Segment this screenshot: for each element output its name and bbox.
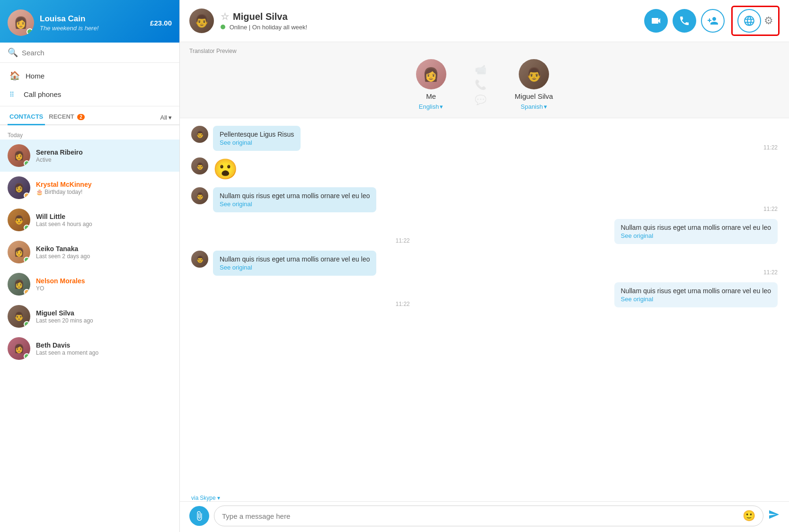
- sidebar: 👩 Louisa Cain The weekend is here! £23.0…: [0, 0, 180, 532]
- message-avatar-5: 👨: [191, 251, 208, 268]
- chat-header-info: ☆ Miguel Silva Online | On holiday all w…: [221, 11, 638, 31]
- status-dot-serena: [24, 160, 30, 166]
- call-button[interactable]: [673, 9, 696, 33]
- message-time-4: 11:22: [391, 237, 410, 244]
- language-select-them[interactable]: Spanish ▾: [521, 103, 547, 110]
- dialpad-icon: ⠿: [9, 91, 18, 98]
- contact-info-keiko: Keiko Tanaka Last seen 2 days ago: [36, 245, 172, 260]
- contact-item-keiko[interactable]: 👩 Keiko Tanaka Last seen 2 days ago: [0, 236, 179, 268]
- contact-sub-will: Last seen 4 hours ago: [36, 221, 172, 227]
- message-text-1: Pellentesque Ligus Risus: [220, 131, 294, 138]
- translator-preview-panel: Translator Preview 👩 Me English ▾ 📹 📞 💬: [180, 42, 789, 118]
- message-bubble-1: Pellentesque Ligus Risus See original: [213, 126, 301, 151]
- contact-info-nelson: Nelson Morales YO: [36, 277, 172, 292]
- contact-item-nelson[interactable]: 👩 Nelson Morales YO: [0, 268, 179, 300]
- contact-avatar-miguel: 👨: [8, 305, 30, 328]
- message-bubble-5: Nullam quis risus eget urna mollis ornar…: [213, 251, 376, 276]
- add-contact-button[interactable]: [701, 9, 725, 33]
- message-avatar-3: 👨: [191, 187, 208, 204]
- online-indicator: [221, 25, 225, 29]
- see-original-3[interactable]: See original: [220, 201, 370, 208]
- contact-item-beth[interactable]: 👩 Beth Davis Last seen a moment ago: [0, 332, 179, 365]
- contact-info-krystal: Krystal McKinney 🎂 Birthday today!: [36, 181, 172, 195]
- chat-header-name: ☆ Miguel Silva: [221, 11, 638, 22]
- emoji-button[interactable]: 🙂: [743, 510, 755, 522]
- translator-toolbar: ⚙: [731, 6, 780, 36]
- contact-name-nelson: Nelson Morales: [36, 277, 172, 285]
- nav-item-call-phones[interactable]: ⠿ Call phones: [0, 86, 179, 103]
- participant-avatar-them: 👨: [519, 59, 549, 89]
- message-text-4: Nullam quis risus eget urna mollis ornar…: [621, 224, 771, 231]
- gear-button[interactable]: ⚙: [764, 15, 773, 27]
- search-icon: 🔍: [8, 47, 18, 58]
- contact-sub-serena: Active: [36, 157, 172, 163]
- status-dot-beth: [24, 353, 30, 359]
- attach-button[interactable]: [189, 506, 209, 526]
- see-original-4[interactable]: See original: [621, 232, 771, 239]
- video-icon-divider: 📹: [475, 64, 487, 75]
- tab-recent[interactable]: RECENT 2: [47, 110, 87, 125]
- nav-item-home[interactable]: 🏠 Home: [0, 66, 179, 86]
- messages-area: 👨 Pellentesque Ligus Risus See original …: [180, 118, 789, 493]
- send-button[interactable]: [768, 509, 780, 523]
- chat-header: 👨 ☆ Miguel Silva Online | On holiday all…: [180, 0, 789, 42]
- message-bubble-3: Nullam quis risus eget urna mollis ornar…: [213, 187, 376, 212]
- message-time-1: 11:22: [759, 144, 778, 151]
- phone-icon-divider: 📞: [475, 79, 487, 90]
- search-input[interactable]: [22, 49, 172, 57]
- message-avatar-1: 👨: [191, 126, 208, 143]
- status-dot-krystal: [24, 192, 30, 199]
- contact-item-serena[interactable]: 👩 Serena Ribeiro Active: [0, 140, 179, 172]
- tab-recent-label: RECENT: [49, 113, 74, 120]
- contact-item-krystal[interactable]: 👩 Krystal McKinney 🎂 Birthday today!: [0, 172, 179, 204]
- contact-avatar-krystal: 👩: [8, 176, 30, 199]
- contact-avatar-beth: 👩: [8, 337, 30, 360]
- language-select-me[interactable]: English ▾: [419, 103, 443, 110]
- contact-name-serena: Serena Ribeiro: [36, 148, 172, 156]
- chevron-down-icon-them: ▾: [544, 103, 547, 110]
- message-text-5: Nullam quis risus eget urna mollis ornar…: [220, 255, 370, 263]
- contact-info-miguel: Miguel Silva Last seen 20 mins ago: [36, 309, 172, 324]
- see-original-1[interactable]: See original: [220, 139, 294, 146]
- contact-info-beth: Beth Davis Last seen a moment ago: [36, 341, 172, 356]
- tab-contacts[interactable]: CONTACTS: [8, 110, 45, 125]
- contact-info-will: Will Little Last seen 4 hours ago: [36, 213, 172, 227]
- translator-button[interactable]: [737, 9, 761, 33]
- message-input[interactable]: [222, 512, 739, 520]
- contact-avatar-keiko: 👩: [8, 241, 30, 263]
- skype-link[interactable]: Skype: [200, 495, 215, 501]
- via-skype-label: via Skype ▾: [180, 493, 789, 501]
- contact-sub-nelson: YO: [36, 285, 172, 292]
- translator-preview-label: Translator Preview: [189, 48, 780, 54]
- message-text-3: Nullam quis risus eget urna mollis ornar…: [220, 192, 370, 200]
- message-time-3: 11:22: [759, 206, 778, 212]
- nav-label-call-phones: Call phones: [24, 90, 61, 98]
- nav-items: 🏠 Home ⠿ Call phones: [0, 63, 179, 106]
- section-today: Today: [0, 129, 179, 140]
- message-emoji-2: 😮: [213, 157, 238, 181]
- call-icons-divider: 📹 📞 💬: [475, 64, 487, 105]
- star-icon[interactable]: ☆: [221, 11, 229, 22]
- dropdown-arrow-icon[interactable]: ▾: [217, 495, 220, 501]
- tab-recent-badge: 2: [77, 114, 85, 120]
- chevron-down-icon: ▾: [440, 103, 443, 110]
- avatar[interactable]: 👩: [8, 9, 34, 36]
- status-dot-will: [24, 225, 30, 231]
- contact-name-krystal: Krystal McKinney: [36, 181, 172, 188]
- message-input-wrapper: 🙂: [214, 506, 763, 526]
- translator-participants: 👩 Me English ▾ 📹 📞 💬 👨 Miguel Silva: [189, 59, 780, 110]
- see-original-6[interactable]: See original: [621, 296, 771, 303]
- message-bubble-4: Nullam quis risus eget urna mollis ornar…: [614, 219, 778, 244]
- tab-all-filter[interactable]: All ▾: [160, 114, 172, 121]
- status-dot-miguel: [24, 321, 30, 327]
- contact-item-will[interactable]: 👨 Will Little Last seen 4 hours ago: [0, 204, 179, 236]
- video-call-button[interactable]: [644, 9, 668, 33]
- see-original-5[interactable]: See original: [220, 264, 370, 271]
- profile-balance: £23.00: [150, 19, 172, 27]
- message-4: 11:22 Nullam quis risus eget urna mollis…: [191, 219, 778, 244]
- message-text-6: Nullam quis risus eget urna mollis ornar…: [621, 287, 771, 295]
- message-3: 👨 Nullam quis risus eget urna mollis orn…: [191, 187, 778, 212]
- input-area: 🙂: [180, 501, 789, 532]
- contact-item-miguel[interactable]: 👨 Miguel Silva Last seen 20 mins ago: [0, 300, 179, 332]
- main-chat: 👨 ☆ Miguel Silva Online | On holiday all…: [180, 0, 789, 532]
